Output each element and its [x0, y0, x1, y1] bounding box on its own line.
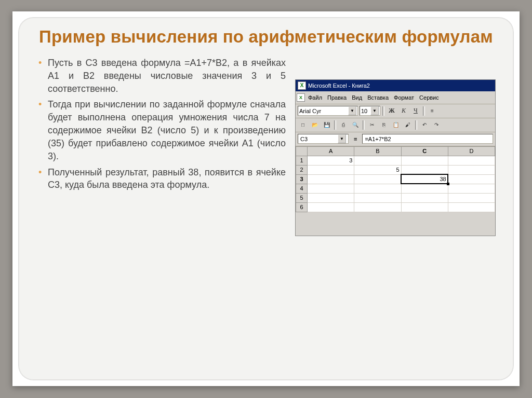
- undo-button[interactable]: ↶: [419, 120, 430, 130]
- name-box-value: C3: [300, 136, 308, 142]
- format-painter-button[interactable]: 🖌: [403, 120, 413, 130]
- cell-c6[interactable]: [401, 202, 448, 212]
- cell-d6[interactable]: [448, 202, 495, 212]
- bullet-item: Полученный результат, равный 38, появитс…: [36, 166, 286, 192]
- menu-edit[interactable]: Правка: [325, 94, 349, 101]
- toolbar-separator: [363, 120, 365, 130]
- preview-button[interactable]: 🔍: [350, 120, 361, 130]
- cell-a5[interactable]: [308, 193, 354, 202]
- toolbar-separator: [334, 120, 336, 130]
- window-title: Microsoft Excel - Книга2: [308, 83, 370, 89]
- excel-app-icon: X: [298, 81, 306, 90]
- menu-insert[interactable]: Вставка: [365, 94, 391, 101]
- italic-button[interactable]: К: [398, 106, 409, 116]
- toolbar-separator: [382, 106, 384, 116]
- row-header-5[interactable]: 5: [296, 193, 308, 202]
- formula-bar-row: C3 ▼ = =A1+7*B2: [296, 132, 495, 146]
- cell-a2[interactable]: [308, 165, 354, 174]
- font-size-value: 10: [361, 108, 367, 114]
- bold-button[interactable]: Ж: [387, 106, 397, 116]
- dropdown-arrow-icon[interactable]: ▼: [370, 106, 379, 115]
- cell-a6[interactable]: [308, 202, 354, 212]
- dropdown-arrow-icon[interactable]: ▼: [338, 134, 346, 143]
- excel-window: X Microsoft Excel - Книга2 X Файл Правка…: [295, 79, 496, 236]
- cell-c5[interactable]: [401, 193, 448, 202]
- col-header-d[interactable]: D: [448, 146, 495, 156]
- row-header-4[interactable]: 4: [296, 184, 308, 193]
- cell-b4[interactable]: [354, 184, 401, 193]
- cell-a1[interactable]: 3: [308, 156, 354, 165]
- dropdown-arrow-icon[interactable]: ▼: [348, 106, 356, 115]
- col-header-a[interactable]: A: [308, 146, 354, 156]
- row-header-6[interactable]: 6: [296, 202, 308, 212]
- font-name-combo[interactable]: Arial Cyr ▼: [298, 106, 358, 116]
- name-box[interactable]: C3 ▼: [298, 134, 349, 144]
- titlebar: X Microsoft Excel - Книга2: [296, 80, 495, 91]
- cell-c2[interactable]: [401, 165, 448, 174]
- cell-c3[interactable]: 38: [401, 174, 448, 184]
- row-header-3[interactable]: 3: [296, 174, 308, 184]
- cell-d4[interactable]: [448, 184, 495, 193]
- cell-a4[interactable]: [308, 184, 354, 193]
- bullet-item: Пусть в С3 введена формула =А1+7*В2, а в…: [36, 57, 286, 95]
- menu-file[interactable]: Файл: [306, 94, 324, 101]
- menu-tools[interactable]: Сервис: [417, 94, 441, 101]
- cell-b1[interactable]: [354, 156, 401, 165]
- standard-toolbar: □ 📂 💾 ⎙ 🔍 ✂ ⎘ 📋 🖌 ↶ ↷: [296, 118, 495, 132]
- bullet-list: Пусть в С3 введена формула =А1+7*В2, а в…: [36, 57, 286, 236]
- open-button[interactable]: 📂: [310, 120, 320, 130]
- new-button[interactable]: □: [298, 120, 308, 130]
- row-header-1[interactable]: 1: [296, 156, 308, 165]
- save-button[interactable]: 💾: [322, 120, 332, 130]
- paste-button[interactable]: 📋: [391, 120, 401, 130]
- redo-button[interactable]: ↷: [431, 120, 442, 130]
- bullet-item: Тогда при вычислении по заданной формуле…: [36, 98, 286, 162]
- formula-bar[interactable]: =A1+7*B2: [362, 134, 493, 144]
- cell-b2[interactable]: 5: [354, 165, 401, 174]
- cell-d3[interactable]: [448, 174, 495, 184]
- col-header-c[interactable]: C: [401, 146, 448, 156]
- cell-d1[interactable]: [448, 156, 495, 165]
- cell-d2[interactable]: [448, 165, 495, 174]
- formula-bar-value: =A1+7*B2: [365, 136, 391, 142]
- spreadsheet-grid[interactable]: A B C D 1 3 2: [296, 146, 495, 212]
- slide-title: Пример вычисления по арифметическим форм…: [36, 27, 496, 47]
- font-name-value: Arial Cyr: [299, 108, 321, 114]
- font-size-combo[interactable]: 10 ▼: [360, 106, 380, 116]
- format-toolbar: Arial Cyr ▼ 10 ▼ Ж К Ч ≡: [296, 104, 495, 118]
- print-button[interactable]: ⎙: [338, 120, 349, 130]
- row-header-2[interactable]: 2: [296, 165, 308, 174]
- col-header-b[interactable]: B: [354, 146, 401, 156]
- menu-view[interactable]: Вид: [350, 94, 364, 101]
- cell-c1[interactable]: [401, 156, 448, 165]
- equals-label: =: [351, 136, 360, 142]
- cell-b5[interactable]: [354, 193, 401, 202]
- excel-doc-icon: X: [297, 93, 305, 102]
- cut-button[interactable]: ✂: [367, 120, 377, 130]
- cell-b6[interactable]: [354, 202, 401, 212]
- cell-c4[interactable]: [401, 184, 448, 193]
- cell-b3[interactable]: [354, 174, 401, 184]
- underline-button[interactable]: Ч: [410, 106, 421, 116]
- cell-d5[interactable]: [448, 193, 495, 202]
- cell-a3[interactable]: [308, 174, 354, 184]
- copy-button[interactable]: ⎘: [379, 120, 389, 130]
- menubar: X Файл Правка Вид Вставка Формат Сервис: [296, 91, 495, 104]
- select-all-corner[interactable]: [296, 146, 308, 156]
- menu-format[interactable]: Формат: [392, 94, 416, 101]
- toolbar-separator: [423, 106, 425, 116]
- toolbar-separator: [415, 120, 417, 130]
- align-left-button[interactable]: ≡: [427, 106, 437, 116]
